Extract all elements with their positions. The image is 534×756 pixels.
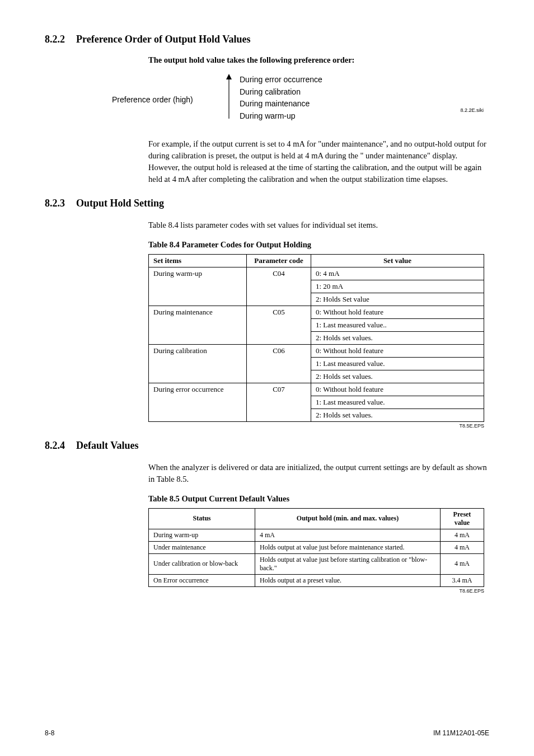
table-row: Under maintenance Holds output at value … bbox=[149, 541, 484, 553]
cell: 3.4 mA bbox=[441, 574, 484, 586]
preference-order-block: Preference order (high) During error occ… bbox=[112, 74, 489, 123]
cell: Holds output at a preset value. bbox=[255, 574, 441, 586]
section-num: 8.2.2 bbox=[45, 34, 65, 45]
table-row: Status Output hold (min. and max. values… bbox=[149, 508, 484, 529]
col-header: Set value bbox=[311, 254, 484, 267]
cell: 4 mA bbox=[441, 529, 484, 541]
cell: Holds output at value just before starti… bbox=[255, 553, 441, 574]
table-row: During warm-up C04 0: 4 mA bbox=[149, 267, 484, 280]
cell: On Error occurrence bbox=[149, 574, 255, 586]
section-num: 8.2.3 bbox=[45, 198, 65, 209]
cell: During warm-up bbox=[149, 267, 247, 306]
col-header: Status bbox=[149, 508, 255, 529]
col-header: Parameter code bbox=[247, 254, 311, 267]
cell: Holds output at value just before mainte… bbox=[255, 541, 441, 553]
table-85: Status Output hold (min. and max. values… bbox=[148, 508, 484, 587]
preference-items: During error occurrence During calibrati… bbox=[235, 74, 322, 123]
section-title: Output Hold Setting bbox=[76, 198, 164, 209]
cell: 0: Without hold feature bbox=[311, 306, 484, 318]
doc-id: IM 11M12A01-05E bbox=[433, 729, 489, 737]
section-num: 8.2.4 bbox=[45, 440, 65, 452]
paragraph-822: For example, if the output current is se… bbox=[148, 138, 489, 185]
cell: 2: Holds set values. bbox=[311, 408, 484, 421]
cell: 0: 4 mA bbox=[311, 267, 484, 280]
col-header: Set items bbox=[149, 254, 247, 267]
pref-item: During warm-up bbox=[240, 110, 322, 123]
siki-label: 8.2.2E.siki bbox=[460, 107, 484, 113]
cell: 2: Holds set values. bbox=[311, 370, 484, 383]
section-title: Preference Order of Output Hold Values bbox=[76, 34, 250, 45]
cell: C05 bbox=[247, 306, 311, 344]
cell: 2: Holds Set value bbox=[311, 293, 484, 306]
cell: 4 mA bbox=[441, 541, 484, 553]
cell: During calibration bbox=[149, 344, 247, 383]
table-row: During maintenance C05 0: Without hold f… bbox=[149, 306, 484, 318]
table-row: Under calibration or blow-back Holds out… bbox=[149, 553, 484, 574]
cell: C06 bbox=[247, 344, 311, 383]
cell: 1: Last measured value.. bbox=[311, 318, 484, 331]
cell: C07 bbox=[247, 383, 311, 421]
pref-item: During calibration bbox=[240, 86, 322, 98]
cell: 1: 20 mA bbox=[311, 280, 484, 293]
pref-item: During maintenance bbox=[240, 98, 322, 110]
table-caption-85: Table 8.5 Output Current Default Values bbox=[148, 494, 489, 504]
pref-item: During error occurrence bbox=[240, 74, 322, 86]
table-row: During calibration C06 0: Without hold f… bbox=[149, 344, 484, 357]
cell: 1: Last measured value. bbox=[311, 357, 484, 370]
intro-824: When the analyzer is delivered or data a… bbox=[148, 462, 489, 485]
cell: During warm-up bbox=[149, 529, 255, 541]
col-header: Preset value bbox=[441, 508, 484, 529]
page-footer: 8-8 IM 11M12A01-05E bbox=[45, 729, 489, 737]
cell: 0: Without hold feature bbox=[311, 344, 484, 357]
section-heading-822: 8.2.2 Preference Order of Output Hold Va… bbox=[45, 34, 489, 45]
table-row: During warm-up 4 mA 4 mA bbox=[149, 529, 484, 541]
preference-label: Preference order (high) bbox=[112, 74, 224, 104]
page-number: 8-8 bbox=[45, 729, 54, 737]
table-row: On Error occurrence Holds output at a pr… bbox=[149, 574, 484, 586]
cell: During error occurrence bbox=[149, 383, 247, 421]
cell: 4 mA bbox=[255, 529, 441, 541]
cell: Under maintenance bbox=[149, 541, 255, 553]
cell: Under calibration or blow-back bbox=[149, 553, 255, 574]
cell: During maintenance bbox=[149, 306, 247, 344]
table-row: During error occurrence C07 0: Without h… bbox=[149, 383, 484, 396]
cell: 4 mA bbox=[441, 553, 484, 574]
table-84: Set items Parameter code Set value Durin… bbox=[148, 254, 484, 422]
cell: C04 bbox=[247, 267, 311, 306]
eps-label: T8.6E.EPS bbox=[148, 588, 484, 594]
cell: 0: Without hold feature bbox=[311, 383, 484, 396]
cell: 1: Last measured value. bbox=[311, 396, 484, 408]
table-row: Set items Parameter code Set value bbox=[149, 254, 484, 267]
cell: 2: Holds set values. bbox=[311, 331, 484, 344]
col-header: Output hold (min. and max. values) bbox=[255, 508, 441, 529]
subheading-822: The output hold value takes the followin… bbox=[148, 55, 489, 65]
table-caption-84: Table 8.4 Parameter Codes for Output Hol… bbox=[148, 240, 489, 250]
section-title: Default Values bbox=[76, 440, 139, 452]
section-heading-824: 8.2.4 Default Values bbox=[45, 440, 489, 452]
eps-label: T8.5E.EPS bbox=[148, 423, 484, 429]
section-heading-823: 8.2.3 Output Hold Setting bbox=[45, 198, 489, 209]
intro-823: Table 8.4 lists parameter codes with set… bbox=[148, 219, 489, 231]
svg-marker-1 bbox=[226, 74, 232, 79]
